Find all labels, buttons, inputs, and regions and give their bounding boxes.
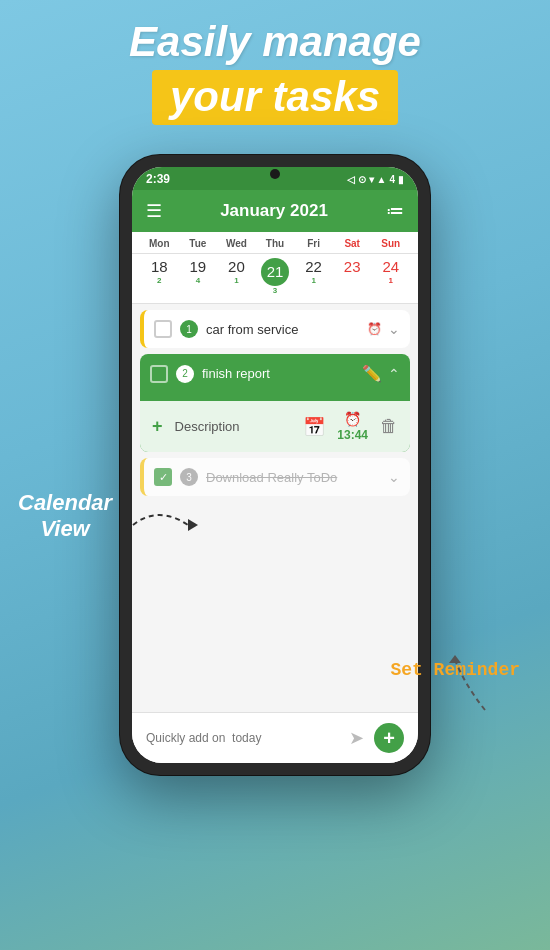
date-24[interactable]: 24 1 <box>371 258 410 295</box>
signal-icon: ▲ <box>377 174 387 185</box>
day-mon: Mon <box>140 238 179 249</box>
task-1-chevron-icon[interactable]: ⌄ <box>388 321 400 337</box>
battery-icon: ▮ <box>398 174 404 185</box>
date-badge-19: 4 <box>179 276 218 285</box>
phone-outer: 2:39 ◁ ⊙ ▾ ▲ 4 ▮ ☰ January 2021 ≔ Mon <box>120 155 430 775</box>
hero-title-2: your tasks <box>152 70 398 124</box>
task-2-number: 2 <box>176 365 194 383</box>
task-2-icons: ✏️ ⌃ <box>362 364 400 383</box>
camera-notch <box>270 169 280 179</box>
bottom-bar: ➤ + <box>132 712 418 763</box>
task-2-text: finish report <box>202 366 354 381</box>
task-3-icons: ⌄ <box>388 469 400 485</box>
task-item-3[interactable]: ✓ 3 Download Really ToDo ⌄ <box>140 458 410 496</box>
circle-icon: ⊙ <box>358 174 366 185</box>
task-2-delete-icon[interactable]: 🗑 <box>380 416 398 437</box>
day-sun: Sun <box>371 238 410 249</box>
task-2-details: + Description 📅 ⏰ 13:44 🗑 <box>140 401 410 452</box>
day-sat: Sat <box>333 238 372 249</box>
menu-icon[interactable]: ☰ <box>146 200 162 222</box>
date-badge-18: 2 <box>140 276 179 285</box>
phone-screen: 2:39 ◁ ⊙ ▾ ▲ 4 ▮ ☰ January 2021 ≔ Mon <box>132 167 418 763</box>
task-2-reminder-time: 13:44 <box>337 428 368 442</box>
date-row: 18 2 19 4 20 1 21 3 22 1 <box>132 254 418 304</box>
date-22[interactable]: 22 1 <box>294 258 333 295</box>
date-num-18: 18 <box>140 258 179 276</box>
task-2-edit-icon[interactable]: ✏️ <box>362 364 382 383</box>
day-fri: Fri <box>294 238 333 249</box>
task-3-checkbox[interactable]: ✓ <box>154 468 172 486</box>
task-3-text: Download Really ToDo <box>206 470 380 485</box>
task-2-reminder[interactable]: ⏰ 13:44 <box>337 411 368 442</box>
status-icons: ◁ ⊙ ▾ ▲ 4 ▮ <box>347 174 404 185</box>
task-item-1[interactable]: 1 car from service ⏰ ⌄ <box>140 310 410 348</box>
add-task-button[interactable]: + <box>374 723 404 753</box>
date-num-23: 23 <box>333 258 372 276</box>
svg-marker-1 <box>449 655 461 663</box>
date-badge-21: 3 <box>256 286 295 295</box>
date-23[interactable]: 23 <box>333 258 372 295</box>
task-1-checkbox[interactable] <box>154 320 172 338</box>
app-header: ☰ January 2021 ≔ <box>132 190 418 232</box>
task-1-text: car from service <box>206 322 359 337</box>
date-badge-24: 1 <box>371 276 410 285</box>
hero-text-area: Easily manage your tasks <box>0 0 550 125</box>
quick-add-input[interactable] <box>146 731 339 745</box>
task-2-header: 2 finish report ✏️ ⌃ <box>140 354 410 393</box>
month-title: January 2021 <box>220 201 328 221</box>
task-2-chevron-icon[interactable]: ⌃ <box>388 366 400 382</box>
day-thu: Thu <box>256 238 295 249</box>
task-2-reminder-icon: ⏰ <box>344 411 361 427</box>
status-time: 2:39 <box>146 172 170 186</box>
task-1-alarm-icon: ⏰ <box>367 322 382 336</box>
date-num-19: 19 <box>179 258 218 276</box>
task-1-number: 1 <box>180 320 198 338</box>
date-num-21: 21 <box>261 258 289 286</box>
list-view-icon[interactable]: ≔ <box>386 200 404 222</box>
notification-icon: ◁ <box>347 174 355 185</box>
day-headers: Mon Tue Wed Thu Fri Sat Sun <box>132 232 418 254</box>
task-3-chevron-icon[interactable]: ⌄ <box>388 469 400 485</box>
day-wed: Wed <box>217 238 256 249</box>
date-19[interactable]: 19 4 <box>179 258 218 295</box>
add-detail-icon[interactable]: + <box>152 416 163 437</box>
date-badge-20: 1 <box>217 276 256 285</box>
date-18[interactable]: 18 2 <box>140 258 179 295</box>
task-2-calendar-icon[interactable]: 📅 <box>303 416 325 438</box>
calendar-view-arrow <box>128 495 198 555</box>
date-num-24: 24 <box>371 258 410 276</box>
day-tue: Tue <box>179 238 218 249</box>
date-num-22: 22 <box>294 258 333 276</box>
task-item-2[interactable]: 2 finish report ✏️ ⌃ + Description 📅 ⏰ <box>140 354 410 452</box>
task-1-icons: ⏰ ⌄ <box>367 321 400 337</box>
task-3-number: 3 <box>180 468 198 486</box>
date-21-today[interactable]: 21 3 <box>256 258 295 295</box>
send-icon[interactable]: ➤ <box>349 727 364 749</box>
signal-strength: 4 <box>389 174 395 185</box>
wifi-icon: ▾ <box>369 174 374 185</box>
calendar-view-label: CalendarView <box>18 490 112 543</box>
phone-mockup: 2:39 ◁ ⊙ ▾ ▲ 4 ▮ ☰ January 2021 ≔ Mon <box>120 155 430 775</box>
hero-title-1: Easily manage <box>0 18 550 66</box>
reminder-arrow <box>435 655 495 715</box>
task-2-checkbox[interactable] <box>150 365 168 383</box>
date-num-20: 20 <box>217 258 256 276</box>
date-badge-22: 1 <box>294 276 333 285</box>
task-2-description: Description <box>175 419 292 434</box>
date-20[interactable]: 20 1 <box>217 258 256 295</box>
svg-marker-0 <box>188 519 198 531</box>
